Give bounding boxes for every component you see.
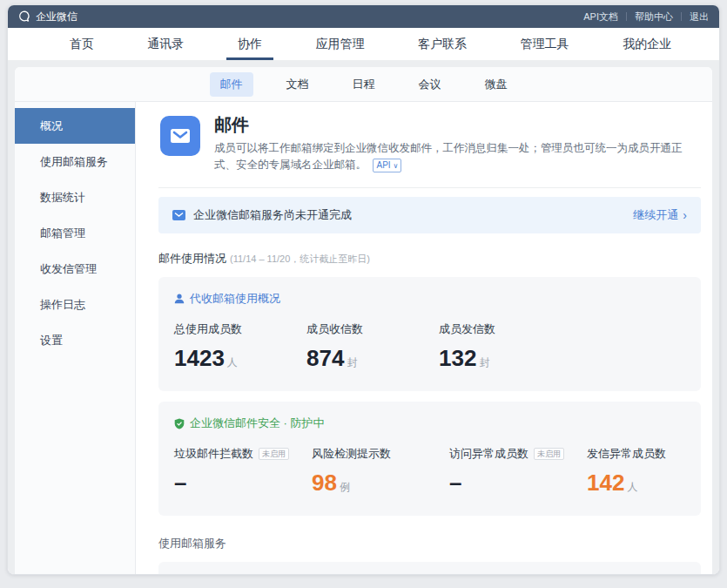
notice-text: 企业微信邮箱服务尚未开通完成 [193, 207, 352, 223]
usage-stats-row: 总使用成员数 1423人 成员收信数 874封 [174, 321, 685, 375]
nav-item-app-management[interactable]: 应用管理 [315, 28, 364, 60]
person-icon [174, 294, 185, 304]
tab-docs[interactable]: 文档 [276, 72, 320, 97]
stat-value: 1423人 [174, 345, 306, 375]
nav-item-label: 应用管理 [315, 37, 364, 52]
nav-item-contacts[interactable]: 通讯录 [147, 28, 184, 60]
sidebar-item-mail-service[interactable]: 使用邮箱服务 [15, 144, 135, 179]
sidebar: 概况 使用邮箱服务 数据统计 邮箱管理 收发信管理 操作日志 设置 [15, 102, 136, 575]
nav-item-my-company[interactable]: 我的企业 [623, 28, 671, 60]
security-stats-row: 垃圾邮件拦截数 未启用 – 风险检测提示数 98例 [174, 446, 685, 500]
envelope-icon [172, 210, 185, 220]
nav-item-management-tools[interactable]: 管理工具 [521, 28, 569, 60]
body-row: 概况 使用邮箱服务 数据统计 邮箱管理 收发信管理 操作日志 设置 [15, 102, 712, 575]
stat-unit: 人 [227, 356, 238, 368]
topbar-link-logout[interactable]: 退出 [690, 10, 709, 24]
sidebar-item-operation-log[interactable]: 操作日志 [15, 287, 135, 322]
stat-label: 发信异常成员数 [587, 446, 712, 462]
continue-setup-label: 继续开通 [633, 207, 678, 223]
envelope-icon [169, 125, 192, 147]
topbar-separator [681, 12, 682, 21]
stat-mails-received: 成员收信数 874封 [306, 321, 439, 375]
nav-item-home[interactable]: 首页 [70, 28, 94, 60]
topbar-link-api-docs[interactable]: API文档 [583, 10, 618, 24]
nav-item-label: 通讯录 [147, 37, 184, 52]
mail-security-card: 企业微信邮件安全 · 防护中 垃圾邮件拦截数 未启用 – [158, 402, 701, 516]
app-header: 邮件 成员可以将工作邮箱绑定到企业微信收发邮件，工作消息归集一处；管理员也可统一… [158, 113, 701, 173]
sidebar-item-overview[interactable]: 概况 [15, 108, 135, 144]
stat-total-members: 总使用成员数 1423人 [174, 321, 306, 375]
stat-label: 访问异常成员数 未启用 [449, 446, 587, 462]
nav-item-label: 我的企业 [623, 37, 671, 52]
stat-value: 98例 [312, 470, 449, 500]
usage-card-header[interactable]: 代收邮箱使用概况 [174, 291, 685, 307]
chevron-down-icon: ∨ [393, 162, 398, 170]
nav-item-collaboration[interactable]: 协作 [238, 28, 262, 60]
nav-item-label: 客户联系 [418, 37, 467, 52]
continue-setup-link[interactable]: 继续开通 › [633, 207, 687, 223]
main-content: 邮件 成员可以将工作邮箱绑定到企业微信收发邮件，工作消息归集一处；管理员也可统一… [136, 102, 712, 575]
stat-risk-alerts: 风险检测提示数 98例 [312, 446, 449, 500]
usage-section-subtitle: (11/14 – 11/20，统计截止至昨日) [230, 253, 370, 266]
tab-schedule[interactable]: 日程 [342, 72, 386, 97]
nav-item-label: 协作 [238, 37, 262, 52]
nav-item-label: 管理工具 [521, 37, 569, 52]
mail-app-icon [160, 116, 200, 156]
tab-mail[interactable]: 邮件 [210, 72, 253, 97]
sidebar-item-statistics[interactable]: 数据统计 [15, 179, 135, 215]
not-enabled-badge: 未启用 [259, 448, 289, 460]
stat-value: – [174, 470, 312, 496]
topbar-links: API文档 帮助中心 退出 [583, 10, 709, 24]
sidebar-item-settings[interactable]: 设置 [15, 322, 135, 358]
topbar-link-help-center[interactable]: 帮助中心 [635, 10, 673, 24]
security-card-header: 企业微信邮件安全 · 防护中 [174, 416, 685, 431]
sidebar-item-mailbox-management[interactable]: 邮箱管理 [15, 215, 135, 251]
shield-check-icon [174, 418, 185, 429]
stat-label: 总使用成员数 [174, 321, 306, 337]
stat-value: – [449, 470, 587, 496]
stat-label: 成员收信数 [306, 321, 439, 337]
stat-value: 142人 [587, 470, 712, 500]
usage-card-title: 代收邮箱使用概况 [190, 291, 280, 307]
domain-row: 企业域名 tangyun.com 开通中 继续开通 ··· [158, 562, 701, 575]
nav-item-customer-contact[interactable]: 客户联系 [418, 28, 467, 60]
tab-drive[interactable]: 微盘 [475, 72, 518, 97]
service-section-title: 使用邮箱服务 [158, 536, 701, 551]
page-description-text: 成员可以将工作邮箱绑定到企业微信收发邮件，工作消息归集一处；管理员也可统一为成员… [214, 142, 683, 171]
page-description: 成员可以将工作邮箱绑定到企业微信收发邮件，工作消息归集一处；管理员也可统一为成员… [214, 140, 701, 173]
tab-meeting[interactable]: 会议 [408, 72, 452, 97]
api-dropdown-tag[interactable]: API ∨ [373, 159, 401, 172]
stat-unit: 封 [479, 356, 489, 368]
security-card-title: 企业微信邮件安全 · 防护中 [190, 416, 325, 431]
stat-value: 132封 [439, 345, 571, 375]
page-title: 邮件 [214, 113, 701, 136]
stat-label: 成员发信数 [439, 321, 571, 337]
topbar-separator [626, 12, 627, 21]
stat-abnormal-access-members: 访问异常成员数 未启用 – [449, 446, 587, 500]
content-panel: 邮件 文档 日程 会议 微盘 概况 使用邮箱服务 数据统计 邮箱管理 收发信管理… [15, 67, 712, 575]
setup-notice-bar: 企业微信邮箱服务尚未开通完成 继续开通 › [158, 197, 701, 233]
stat-unit: 例 [340, 481, 350, 493]
usage-overview-card: 代收邮箱使用概况 总使用成员数 1423人 成员收 [158, 277, 701, 391]
stat-spam-intercepted: 垃圾邮件拦截数 未启用 – [174, 446, 312, 500]
stat-mails-sent: 成员发信数 132封 [439, 321, 571, 375]
app-header-text: 邮件 成员可以将工作邮箱绑定到企业微信收发邮件，工作消息归集一处；管理员也可统一… [214, 113, 701, 173]
stat-label: 风险检测提示数 [312, 446, 449, 462]
nav-item-label: 首页 [70, 37, 94, 52]
primary-nav: 首页 通讯录 协作 应用管理 客户联系 管理工具 我的企业 [8, 28, 719, 60]
usage-section-header: 邮件使用情况 (11/14 – 11/20，统计截止至昨日) [158, 251, 701, 267]
api-tag-label: API [376, 160, 390, 170]
content-band: 邮件 文档 日程 会议 微盘 概况 使用邮箱服务 数据统计 邮箱管理 收发信管理… [8, 60, 719, 575]
stat-unit: 封 [347, 356, 357, 368]
usage-section-title: 邮件使用情况 [158, 251, 226, 267]
sub-tabbar: 邮件 文档 日程 会议 微盘 [15, 67, 712, 102]
not-enabled-badge: 未启用 [534, 448, 564, 460]
wechat-work-logo-icon [18, 10, 30, 23]
stat-label: 垃圾邮件拦截数 未启用 [174, 446, 312, 462]
brand-label: 企业微信 [36, 10, 77, 24]
stat-abnormal-sender-members: 发信异常成员数 142人 [587, 446, 712, 500]
brand: 企业微信 [18, 10, 77, 24]
topbar: 企业微信 API文档 帮助中心 退出 [8, 5, 719, 28]
sidebar-item-send-receive-management[interactable]: 收发信管理 [15, 251, 135, 287]
stat-value: 874封 [306, 345, 439, 375]
